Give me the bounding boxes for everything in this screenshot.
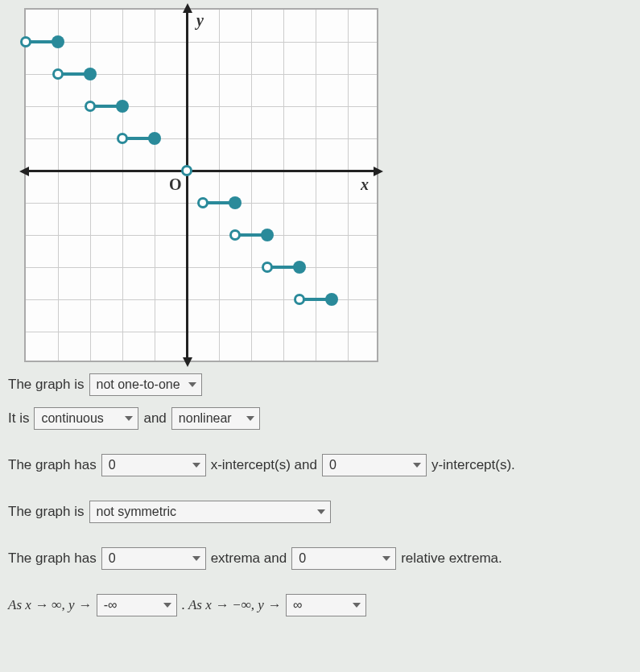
select-value: 0 xyxy=(299,551,306,566)
x-axis-label: x xyxy=(361,175,369,194)
open-point-icon xyxy=(262,262,273,273)
chart-container: y x O xyxy=(8,8,394,362)
text-label: and xyxy=(143,410,166,427)
statement-row: It is continuous and nonlinear xyxy=(8,407,632,430)
limit-pos-inf-select[interactable]: -∞ xyxy=(97,594,177,616)
select-value: 0 xyxy=(109,551,116,566)
select-value: 0 xyxy=(329,458,337,472)
continuity-select[interactable]: continuous xyxy=(34,407,138,430)
closed-point-icon xyxy=(229,196,242,209)
relative-extrema-select[interactable]: 0 xyxy=(291,547,396,570)
statement-row: The graph has 0 x-intercept(s) and 0 y-i… xyxy=(8,454,632,476)
select-value: not one-to-one xyxy=(97,377,180,392)
open-point-icon xyxy=(197,197,209,208)
limit-neg-inf-select[interactable]: ∞ xyxy=(286,594,366,616)
text-label: relative extrema. xyxy=(401,550,502,567)
text-label: It is xyxy=(8,410,29,427)
select-value: continuous xyxy=(41,411,103,426)
open-point-icon xyxy=(85,101,96,112)
text-label: extrema and xyxy=(211,550,287,567)
one-to-one-select[interactable]: not one-to-one xyxy=(89,373,202,396)
y-intercepts-select[interactable]: 0 xyxy=(322,454,427,476)
text-label: The graph is xyxy=(8,504,85,520)
arrow-left-icon xyxy=(19,167,29,176)
closed-point-icon xyxy=(84,68,97,80)
select-value: ∞ xyxy=(293,598,302,612)
text-label: y-intercept(s). xyxy=(431,457,515,473)
closed-point-icon xyxy=(116,100,129,113)
x-intercepts-select[interactable]: 0 xyxy=(101,454,206,476)
open-point-icon xyxy=(181,165,192,176)
open-point-icon xyxy=(117,133,128,144)
x-axis xyxy=(26,170,377,172)
arrow-right-icon xyxy=(374,167,383,176)
arrow-up-icon xyxy=(183,3,192,13)
closed-point-icon xyxy=(52,35,64,48)
closed-point-icon xyxy=(293,261,306,274)
statement-row: The graph is not one-to-one xyxy=(8,373,632,396)
select-value: -∞ xyxy=(104,598,118,612)
coordinate-grid: y x O xyxy=(24,8,378,362)
select-value: 0 xyxy=(109,458,116,472)
closed-point-icon xyxy=(261,229,274,241)
statement-row: As x → ∞, y → -∞ . As x → −∞, y → ∞ xyxy=(8,594,632,616)
text-label: . As x → −∞, y → xyxy=(182,597,281,613)
text-label: As x → ∞, y → xyxy=(8,597,92,613)
y-axis-label: y xyxy=(196,11,204,30)
closed-point-icon xyxy=(148,132,161,145)
y-axis xyxy=(186,10,188,361)
origin-label: O xyxy=(169,175,182,194)
linearity-select[interactable]: nonlinear xyxy=(171,407,260,430)
select-value: nonlinear xyxy=(179,411,232,426)
extrema-select[interactable]: 0 xyxy=(101,547,206,570)
arrow-down-icon xyxy=(183,357,192,367)
symmetry-select[interactable]: not symmetric xyxy=(89,501,331,523)
statement-row: The graph has 0 extrema and 0 relative e… xyxy=(8,547,632,570)
closed-point-icon xyxy=(325,293,338,306)
open-point-icon xyxy=(20,36,31,47)
text-label: The graph has xyxy=(8,550,97,567)
open-point-icon xyxy=(52,68,64,80)
text-label: The graph is xyxy=(8,377,85,393)
text-label: The graph has xyxy=(8,457,97,473)
open-point-icon xyxy=(294,294,305,305)
text-label: x-intercept(s) and xyxy=(211,457,317,473)
statement-row: The graph is not symmetric xyxy=(8,501,632,523)
select-value: not symmetric xyxy=(97,505,177,519)
open-point-icon xyxy=(229,229,241,241)
